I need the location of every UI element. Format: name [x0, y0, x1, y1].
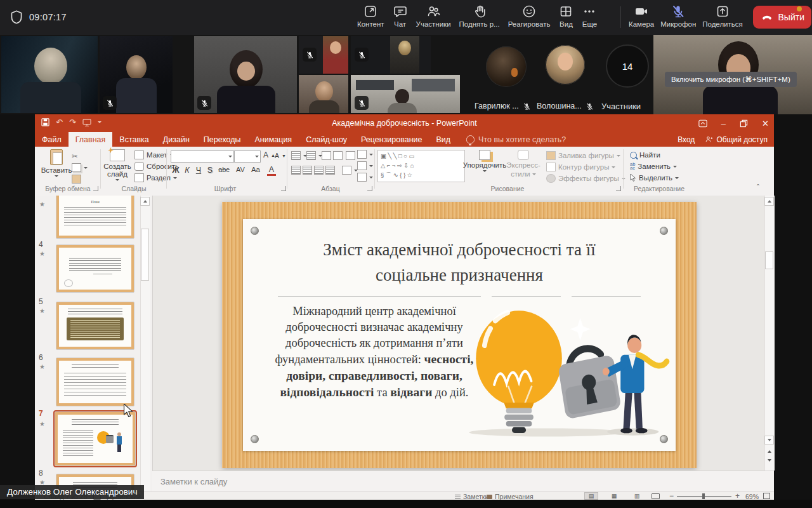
section-button[interactable]: Раздел [134, 173, 177, 182]
content-button[interactable]: Контент [357, 4, 384, 28]
slideshow-view-button[interactable] [652, 493, 660, 499]
sign-in-link[interactable]: Вход [678, 135, 695, 144]
zoom-out-button[interactable]: − [669, 491, 674, 500]
tab-animations[interactable]: Анимация [247, 132, 299, 147]
change-case-button[interactable]: Aa [249, 166, 262, 173]
reading-view-button[interactable]: ▥ [630, 492, 644, 500]
slide-thumbnail-6[interactable] [56, 358, 134, 406]
replace-button[interactable]: abacЗаменить [630, 163, 677, 170]
text-direction-button[interactable] [357, 150, 373, 159]
participant-video[interactable] [351, 36, 431, 74]
participants-button[interactable]: Участники [416, 4, 451, 28]
quick-styles-button[interactable]: Экспресс- стили [506, 150, 541, 178]
restore-icon[interactable] [740, 119, 748, 128]
collapse-ribbon-button[interactable]: ˆ [757, 184, 759, 192]
slide-sorter-view-button[interactable]: ▦ [607, 492, 621, 500]
panel-scrollbar[interactable] [140, 196, 150, 492]
new-slide-button[interactable]: Создать слайд [102, 149, 133, 181]
normal-view-button[interactable]: ▤ [584, 492, 598, 500]
clipboard-dialog-launcher[interactable] [93, 186, 98, 191]
editor-scroll-up[interactable] [764, 197, 774, 206]
view-button[interactable]: Вид [558, 4, 573, 28]
text-shadow-button[interactable]: S [205, 166, 215, 175]
font-color-button[interactable]: А [267, 166, 276, 176]
ribbon-options-icon[interactable] [698, 119, 707, 128]
paste-button[interactable]: Вставить [43, 149, 70, 177]
font-name-combo[interactable] [171, 150, 234, 163]
slide-thumbnail-3[interactable]: План [56, 196, 134, 239]
microphone-button[interactable]: Микрофон [660, 4, 696, 28]
align-left-button[interactable] [291, 166, 301, 175]
slide-thumbnail-5[interactable] [56, 302, 134, 350]
grow-font-button[interactable]: А▲ [263, 150, 275, 159]
slide-title-textbox[interactable]: Зміст академічної доброчесності та її со… [256, 237, 663, 288]
align-center-button[interactable] [303, 166, 312, 175]
tell-me-search[interactable]: Что вы хотите сделать? [457, 132, 566, 147]
shapes-gallery[interactable]: ▣╲╲□○▭ △⌐¬⇨⇩⌂ §⌒∿{}☆ [377, 150, 465, 182]
zoom-slider-thumb[interactable] [702, 493, 705, 499]
participants-count[interactable]: 14 [606, 44, 649, 88]
drawing-dialog-launcher[interactable] [616, 186, 621, 191]
align-text-button[interactable] [357, 161, 373, 170]
indent-increase-button[interactable] [333, 151, 343, 160]
find-button[interactable]: Найти [630, 151, 660, 159]
participant-avatar[interactable] [546, 45, 585, 84]
layout-button[interactable]: Макет [134, 150, 174, 159]
tab-design[interactable]: Дизайн [156, 132, 197, 147]
panel-scroll-thumb[interactable] [141, 229, 149, 281]
participant-video[interactable] [1, 36, 98, 113]
underline-button[interactable]: Ч [193, 166, 204, 175]
slide-canvas[interactable]: Зміст академічної доброчесності та її со… [222, 202, 697, 468]
share-button-ppt[interactable]: Общий доступ [705, 135, 768, 144]
participant-avatar[interactable] [486, 46, 527, 87]
previous-slide-button[interactable] [764, 447, 774, 456]
slide-illustration[interactable] [466, 293, 671, 444]
align-right-button[interactable] [314, 166, 324, 175]
tab-review[interactable]: Рецензирование [354, 132, 429, 147]
participant-video[interactable] [351, 75, 460, 113]
notes-pane[interactable]: Заметки к слайду [152, 471, 774, 491]
select-button[interactable]: Выделить [630, 174, 679, 182]
leave-button[interactable]: Выйти [753, 6, 811, 29]
minimize-icon[interactable]: – [721, 119, 726, 128]
panel-scroll-up[interactable] [140, 197, 150, 206]
strikethrough-button[interactable]: abc [216, 166, 232, 173]
paragraph-dialog-launcher[interactable] [367, 186, 372, 191]
smartart-convert-button[interactable] [357, 173, 373, 182]
bullets-button[interactable] [291, 151, 307, 160]
numbering-button[interactable] [306, 151, 322, 160]
font-size-combo[interactable] [234, 150, 261, 163]
shape-fill-button[interactable]: Заливка фигуры [546, 151, 620, 160]
italic-button[interactable]: К [182, 166, 192, 175]
justify-button[interactable] [325, 166, 335, 175]
font-dialog-launcher[interactable] [281, 186, 286, 191]
more-button[interactable]: Еще [582, 4, 597, 28]
copy-button[interactable] [72, 163, 88, 172]
raise-hand-button[interactable]: Поднять р... [459, 4, 500, 28]
slide-body-textbox[interactable]: Міжнародний центр академічної доброчесно… [270, 304, 479, 401]
arrange-button[interactable]: Упорядочить [465, 150, 504, 172]
editor-scroll-down[interactable] [764, 436, 774, 444]
cut-button[interactable]: ✂ [72, 152, 78, 161]
tab-slideshow[interactable]: Слайд-шоу [299, 132, 354, 147]
char-spacing-button[interactable]: AV [234, 166, 247, 173]
camera-button[interactable]: Камера [629, 4, 654, 28]
tab-file[interactable]: Файл [35, 132, 69, 147]
shape-outline-button[interactable]: Контур фигуры [546, 163, 615, 171]
participant-video[interactable] [299, 36, 348, 74]
editor-scroll-thumb[interactable] [765, 251, 773, 269]
format-painter-button[interactable] [72, 175, 81, 184]
slide-thumbnail-4[interactable] [56, 244, 134, 293]
participant-video[interactable] [194, 36, 297, 113]
editor-scrollbar[interactable] [764, 196, 775, 471]
react-button[interactable]: Реагировать [508, 4, 551, 28]
shrink-font-button[interactable]: А▼ [275, 152, 286, 159]
tab-insert[interactable]: Вставка [112, 132, 155, 147]
next-slide-button[interactable] [764, 456, 774, 465]
tab-home[interactable]: Главная [69, 132, 113, 147]
shape-effects-button[interactable]: Эффекты фигуры [546, 174, 625, 183]
tab-view[interactable]: Вид [429, 132, 457, 147]
bold-button[interactable]: Ж [171, 166, 181, 175]
fit-slide-button[interactable] [763, 493, 770, 499]
share-button[interactable]: Поделиться [702, 4, 743, 28]
